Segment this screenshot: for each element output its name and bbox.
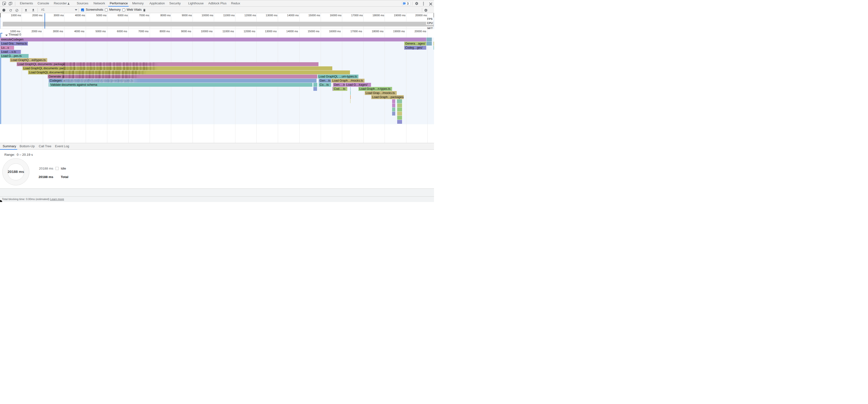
svg-text:20188 ms: 20188 ms bbox=[8, 169, 24, 174]
